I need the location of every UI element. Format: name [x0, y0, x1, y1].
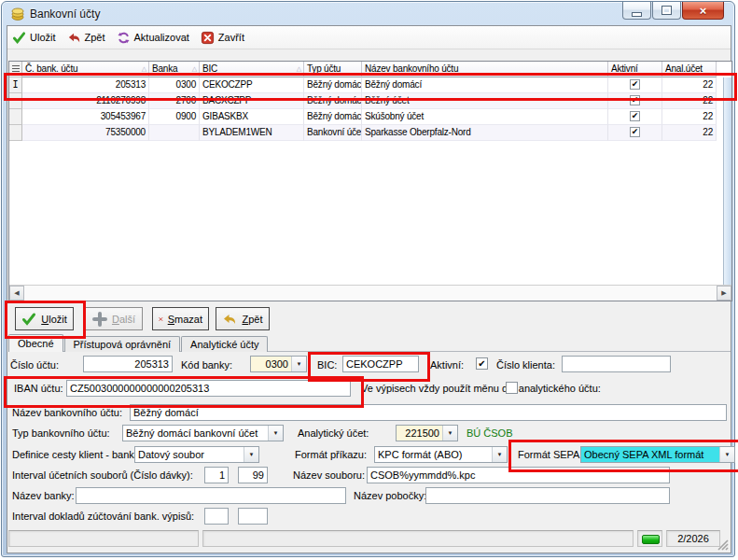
scroll-right-icon[interactable]: ▶ [717, 286, 731, 301]
grid-header-marker[interactable] [9, 62, 22, 77]
cell-bank: 2700 [149, 93, 200, 109]
file-name-label: Název souboru: [293, 469, 365, 481]
analytic-account-note: BÚ ČSOB [466, 427, 513, 439]
client-bank-path-select[interactable]: Datový soubor▼ [134, 446, 259, 463]
table-row[interactable]: 2110276998 2700 BACXCZPP Běžný domácí ba… [9, 93, 731, 109]
branch-name-input[interactable] [425, 487, 670, 504]
statement-currency-checkbox[interactable] [506, 382, 518, 394]
tab-permissions[interactable]: Přístupová oprávnění [64, 336, 181, 352]
chevron-down-icon: ▼ [442, 426, 457, 441]
order-format-label: Formát příkazu: [295, 449, 367, 460]
cell-bic: GIBASKBX [200, 109, 304, 125]
chevron-down-icon: ▼ [291, 357, 306, 371]
cell-active: ✔ [608, 77, 662, 93]
cell-type: Bankovní účet v z [304, 125, 362, 141]
accounts-grid: Č. bank. účtu△ Banka△ BIC△ Typ účtu Náze… [8, 61, 732, 301]
status-panel-left [8, 530, 199, 547]
coins-icon [10, 7, 25, 21]
status-panel-period: 2/2026 [666, 530, 720, 547]
next-button[interactable]: Další [85, 307, 143, 330]
batch-interval-from-input[interactable]: 1 [204, 467, 229, 483]
iban-input[interactable]: CZ5003000000000000205313 [66, 380, 351, 397]
analytic-account-select[interactable]: 221500▼ [396, 425, 458, 441]
cell-active: ✔ [608, 109, 662, 125]
checkbox-checked-icon[interactable]: ✔ [630, 127, 640, 137]
client-number-input[interactable] [562, 356, 671, 372]
bank-name-label: Název banky: [12, 490, 75, 501]
account-type-label: Typ bankovního účtu: [12, 427, 110, 439]
row-marker: I [9, 77, 22, 93]
bic-label: BIC: [317, 359, 337, 371]
maximize-button[interactable] [652, 2, 681, 20]
grid-header-name[interactable]: Název bankovního účtu [362, 62, 608, 77]
title-bar[interactable]: Bankovní účty × [2, 2, 734, 25]
status-led-icon [642, 535, 660, 544]
next-button-label: Další [112, 314, 135, 325]
grid-header-anal[interactable]: Anal.účet [662, 62, 717, 77]
table-row[interactable]: 305453967 0900 GIBASKBX Běžný domácí ban… [9, 109, 731, 125]
maximize-icon [662, 7, 671, 14]
cell-anal: 22 [662, 77, 717, 93]
active-label: Aktivní: [430, 359, 464, 371]
scroll-left-icon[interactable]: ◀ [9, 286, 24, 301]
bank-code-select[interactable]: 0300▼ [250, 356, 307, 372]
file-name-input[interactable]: CSOB%yymmdd%.kpc [367, 467, 670, 483]
grid-header-bank[interactable]: Banka△ [149, 62, 200, 77]
checkbox-checked-icon[interactable]: ✔ [630, 111, 640, 121]
row-marker [9, 93, 22, 109]
toolbar: Uložit Zpět Aktualizovat [7, 26, 731, 49]
cell-bank: 0300 [149, 77, 200, 93]
toolbar-save-button[interactable]: Uložit [12, 31, 56, 45]
doc-interval-to-input[interactable] [238, 508, 268, 525]
checkbox-checked-icon[interactable]: ✔ [630, 79, 640, 90]
vertical-scrollbar[interactable] [723, 77, 731, 286]
delete-button[interactable]: Smazat [152, 307, 209, 330]
order-format-select[interactable]: KPC formát (ABO)▼ [374, 446, 508, 463]
cell-type: Běžný domácí ban [304, 77, 362, 93]
delete-button-label: Smazat [168, 314, 202, 325]
batch-interval-to-input[interactable]: 99 [238, 467, 268, 483]
cell-bic: CEKOCZPP [200, 77, 304, 93]
active-checkbox[interactable]: ✔ [476, 357, 488, 370]
back-button[interactable]: Zpět [216, 307, 270, 330]
grid-header-account[interactable]: Č. bank. účtu△ [22, 62, 149, 77]
batch-interval-label: Interval účetních souborů (Číslo dávky): [12, 469, 193, 481]
status-panel-indicator [637, 530, 662, 547]
check-icon [12, 31, 26, 45]
tab-analytic-accounts[interactable]: Analytické účty [181, 336, 268, 352]
back-arrow-icon [222, 312, 237, 327]
toolbar-refresh-button[interactable]: Aktualizovat [117, 31, 189, 45]
sepa-format-select[interactable]: Obecný SEPA XML formát▼ [580, 446, 735, 463]
bic-input[interactable]: CEKOCZPP [342, 356, 419, 372]
doc-interval-from-input[interactable] [204, 508, 229, 525]
checkbox-checked-icon[interactable]: ✔ [630, 95, 640, 105]
client-number-label: Číslo klienta: [496, 359, 555, 371]
cell-anal: 22 [662, 93, 717, 109]
close-box-icon [201, 31, 215, 45]
toolbar-back-button[interactable]: Zpět [67, 31, 105, 45]
cell-anal: 22 [662, 125, 717, 141]
grid-header-bic[interactable]: BIC△ [200, 62, 304, 77]
analytic-account-label: Analytický účet: [298, 427, 369, 439]
tab-general[interactable]: Obecné [8, 334, 63, 352]
window-title: Bankovní účty [30, 7, 100, 21]
grid-header-active[interactable]: Aktivní [608, 62, 662, 77]
toolbar-close-button[interactable]: Zavřít [201, 31, 244, 45]
account-number-input[interactable]: 205313 [83, 356, 173, 372]
refresh-icon [117, 31, 131, 45]
table-row[interactable]: I 205313 0300 CEKOCZPP Běžný domácí ban … [9, 77, 731, 93]
grid-header-type[interactable]: Typ účtu [304, 62, 362, 77]
bank-name-input[interactable] [76, 487, 346, 504]
table-row[interactable]: 75350000 BYLADEM1WEN Bankovní účet v z S… [9, 125, 731, 141]
minimize-button[interactable] [622, 2, 651, 20]
close-button[interactable]: × [682, 2, 724, 20]
chevron-down-icon: ▼ [268, 426, 283, 441]
account-name-input[interactable]: Běžný domácí [130, 404, 727, 421]
save-button[interactable]: Uložit [15, 307, 74, 330]
toolbar-refresh-label: Aktualizovat [134, 32, 189, 43]
resize-grip[interactable] [717, 539, 729, 551]
back-button-label: Zpět [242, 314, 262, 325]
status-panel-middle [202, 530, 634, 547]
account-type-select[interactable]: Běžný domácí bankovní účet▼ [122, 425, 284, 441]
horizontal-scrollbar[interactable]: ◀ ▶ [9, 285, 731, 301]
